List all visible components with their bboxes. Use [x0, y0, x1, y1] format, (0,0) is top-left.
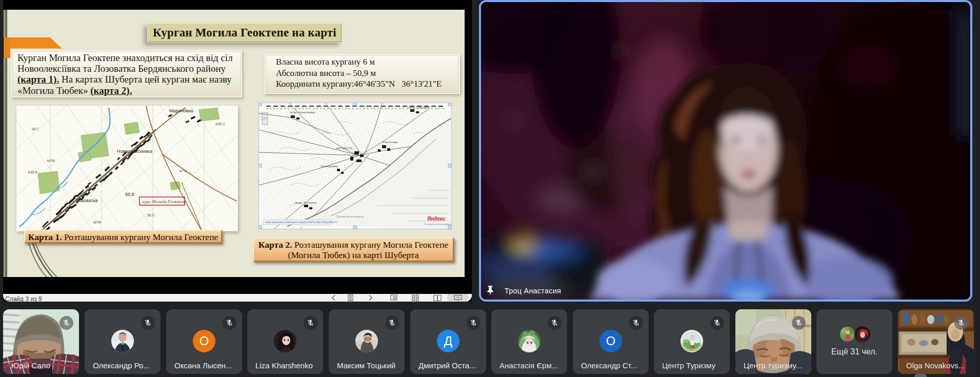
- svg-text:Δ55.2: Δ55.2: [215, 122, 225, 126]
- svg-text:47.6: 47.6: [179, 169, 187, 173]
- svg-text:Ново-Алексѣевка: Ново-Алексѣевка: [290, 111, 315, 114]
- svg-text:50.9: 50.9: [125, 192, 134, 197]
- svg-text:Условия использования: Условия использования: [424, 223, 451, 226]
- svg-text:58.0: 58.0: [147, 213, 154, 217]
- svg-text:Мариновка: Мариновка: [169, 108, 193, 113]
- svg-text:МТФ: МТФ: [93, 221, 101, 224]
- svg-text:кург.Могила Геоктепе: кург.Могила Геоктепе: [143, 199, 186, 204]
- svg-text:МТФ: МТФ: [47, 159, 55, 163]
- svg-text:Новоалексеевка: Новоалексеевка: [117, 149, 152, 154]
- svg-text:Лозоватка: Лозоватка: [76, 198, 98, 203]
- svg-text:Обиточная: Обиточная: [382, 141, 397, 144]
- svg-text:Ново-Петровка: Ново-Петровка: [408, 106, 430, 109]
- svg-text:Ссылка на это место: Ссылка на это место: [336, 215, 363, 218]
- svg-text:Яндекс: Яндекс: [427, 216, 446, 222]
- svg-text:Δ39.8: Δ39.8: [28, 170, 37, 174]
- svg-text:48.7: 48.7: [32, 127, 39, 131]
- svg-text:Коммуновка: Коммуновка: [321, 165, 338, 168]
- svg-text:www.etomesto.ru/shubert-map/10: www.etomesto.ru/shubert-map/10-19/?x=36.…: [265, 221, 337, 224]
- svg-text:Ново-Троицкое: Ново-Троицкое: [295, 201, 317, 204]
- svg-text:НОГАЙСКЪ: НОГАЙСКЪ: [336, 146, 353, 150]
